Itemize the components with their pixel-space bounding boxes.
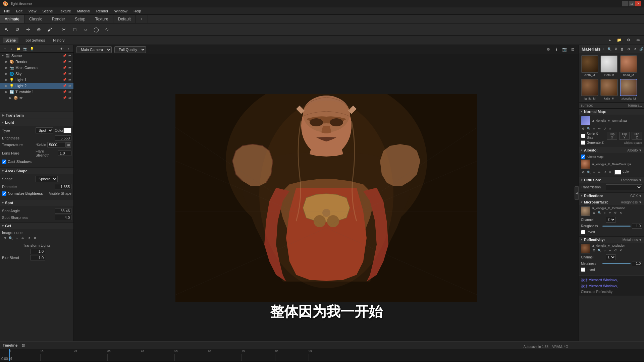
tree-show-all[interactable]: 👁 — [59, 46, 65, 52]
transmission-dropdown[interactable] — [606, 184, 642, 190]
brush-tool[interactable]: 🖌 — [45, 25, 54, 34]
vp-screenshot[interactable]: 📷 — [561, 46, 568, 53]
tree-lock-scene[interactable]: ⇄ — [67, 53, 72, 58]
viewport[interactable]: Main Camera Full Quality ⚙ ℹ 📷 ⊡ — [74, 45, 579, 341]
img-search[interactable]: 🔍 — [8, 235, 13, 241]
tree-vis-render[interactable]: 📌 — [62, 59, 67, 64]
normal-circle[interactable]: ○ — [592, 126, 596, 131]
tree-item-sr[interactable]: ▶ 📦 sr 📌 ⇄ — [0, 95, 73, 101]
spot-sharpness-input[interactable] — [55, 215, 71, 220]
shape-dropdown[interactable]: Sphere — [36, 176, 58, 182]
tree-lock-camera[interactable]: ⇄ — [67, 65, 72, 70]
minimize-button[interactable]: – — [622, 1, 628, 6]
tree-add[interactable]: + — [2, 46, 8, 52]
blur-blend-input[interactable] — [30, 255, 45, 260]
rough-circle[interactable]: ○ — [602, 210, 607, 215]
circle-tool[interactable]: ○ — [81, 25, 90, 34]
tree-vis-light2[interactable]: 📌 — [62, 83, 67, 88]
mat-copy[interactable]: ⧉ — [613, 46, 619, 52]
rough-settings[interactable]: ⚙ — [592, 210, 596, 215]
rect-tool[interactable]: □ — [70, 25, 79, 34]
normal-map-header[interactable]: ▾ Normal Map: — [579, 109, 644, 115]
blur-radius-input[interactable] — [30, 249, 45, 254]
move-tool[interactable]: ✛ — [23, 25, 33, 34]
tree-vis-camera[interactable]: 📌 — [62, 65, 67, 70]
tree-vis-sr[interactable]: 📌 — [62, 96, 67, 100]
rough-edit[interactable]: ✏ — [608, 210, 612, 215]
albedo-edit[interactable]: ✏ — [597, 170, 602, 175]
tree-collapse[interactable]: ↑ — [65, 46, 71, 52]
img-edit[interactable]: ✏ — [20, 235, 25, 241]
img-circle[interactable]: ○ — [14, 235, 19, 241]
tree-item-sky[interactable]: ▶ 🌐 Sky 📌 ⇄ — [0, 71, 73, 77]
img-refresh[interactable]: ↺ — [26, 235, 32, 241]
tab-texture[interactable]: Texture — [90, 15, 113, 23]
lasso-tool[interactable]: ∿ — [102, 25, 112, 34]
reflectivity-header[interactable]: ▾ Reflectivity: Metalness ▼ — [579, 237, 644, 243]
tree-lock-sr[interactable]: ⇄ — [67, 96, 72, 100]
tree-light[interactable]: 💡 — [29, 46, 35, 52]
invert-checkbox[interactable] — [581, 230, 585, 234]
tree-import[interactable]: ↓ — [9, 46, 15, 52]
tree-vis-scene[interactable]: 📌 — [62, 53, 67, 58]
timeline-track[interactable]: 0 1s 2s 3s 4s 5s 6s 7s 8s 9s 0:00.01 — [0, 349, 644, 361]
tl-expand[interactable]: ⊡ — [20, 342, 26, 348]
normal-settings[interactable]: ⚙ — [581, 126, 586, 131]
visible-shape-label[interactable]: Visible Shape — [49, 191, 71, 195]
cut-tool[interactable]: ✂ — [59, 25, 69, 34]
channel-dropdown[interactable]: G — [606, 217, 616, 223]
normal-search[interactable]: 🔍 — [586, 126, 591, 131]
menu-edit[interactable]: Edit — [13, 8, 25, 14]
menu-material[interactable]: Material — [74, 8, 93, 14]
img-remove[interactable]: ✕ — [32, 235, 38, 241]
scene-visibility[interactable]: 👁 — [635, 37, 641, 44]
light-header[interactable]: ▾ Light — [0, 119, 73, 126]
diameter-input[interactable] — [55, 184, 71, 189]
maximize-button[interactable]: □ — [629, 1, 635, 6]
metal-remove[interactable]: ✕ — [619, 248, 623, 253]
scale-bias-checkbox[interactable] — [581, 134, 585, 138]
metal-circle[interactable]: ○ — [602, 248, 607, 253]
tab-default[interactable]: Default — [113, 15, 136, 23]
microsurface-header[interactable]: ▾ Microsurface: Roughness ▼ — [579, 199, 644, 205]
tree-lock-light2[interactable]: ⇄ — [67, 83, 72, 88]
activate-windows-1[interactable]: 激活 Microsoft Windows, — [581, 277, 642, 283]
mat-search[interactable]: 🔍 — [607, 46, 612, 52]
roughness-slider[interactable] — [602, 226, 631, 227]
transform-header[interactable]: ▶ Transform — [0, 112, 73, 119]
albedo-refresh[interactable]: ↺ — [602, 170, 607, 175]
mat-delete[interactable]: 🗑 — [620, 46, 625, 52]
tab-render[interactable]: Render — [47, 15, 70, 23]
brightness-input[interactable]: 5.553 — [55, 135, 71, 141]
mat-item-kajia[interactable]: kajia_M — [600, 79, 618, 100]
temp-picker-btn[interactable]: ▦ — [66, 142, 71, 147]
mat-item-jianjia[interactable]: jianjia_M — [581, 79, 598, 100]
spot-header[interactable]: ▾ Spot — [0, 199, 73, 206]
flip-y-btn[interactable]: Flip Y — [619, 132, 630, 140]
tree-item-main-camera[interactable]: ▶ 📷 Main Camera 📌 ⇄ — [0, 65, 73, 71]
metalness-value[interactable] — [632, 261, 642, 266]
diffusion-header[interactable]: ▾ Diffusion: Lambertian ▼ — [579, 177, 644, 183]
metal-search[interactable]: 🔍 — [597, 248, 602, 253]
tree-vis-sky[interactable]: 📌 — [62, 71, 67, 76]
metal-settings[interactable]: ⚙ — [592, 248, 596, 253]
albedo-settings[interactable]: ⚙ — [581, 170, 586, 175]
mat-add[interactable]: + — [600, 46, 606, 52]
mat-item-cloth[interactable]: cloth_M — [581, 55, 598, 77]
menu-window[interactable]: Window — [112, 8, 130, 14]
mat-item-default[interactable]: Default — [600, 55, 618, 77]
normal-remove[interactable]: ✕ — [608, 126, 612, 131]
menu-view[interactable]: View — [26, 8, 39, 14]
spot-angle-input[interactable] — [55, 208, 71, 214]
menu-help[interactable]: Help — [131, 8, 144, 14]
tab-setup[interactable]: Setup — [70, 15, 90, 23]
tab-plus[interactable]: + — [136, 15, 148, 23]
vp-settings[interactable]: ⚙ — [545, 46, 552, 53]
tree-camera[interactable]: 📷 — [22, 46, 28, 52]
activate-windows-2[interactable]: 激活 Microsoft Windows, — [581, 283, 642, 289]
img-settings[interactable]: ⚙ — [2, 235, 7, 241]
tree-vis-light1[interactable]: 📌 — [62, 77, 67, 82]
menu-texture[interactable]: Texture — [56, 8, 74, 14]
mat-settings[interactable]: ⚙ — [626, 46, 631, 52]
color-swatch[interactable] — [63, 128, 71, 133]
